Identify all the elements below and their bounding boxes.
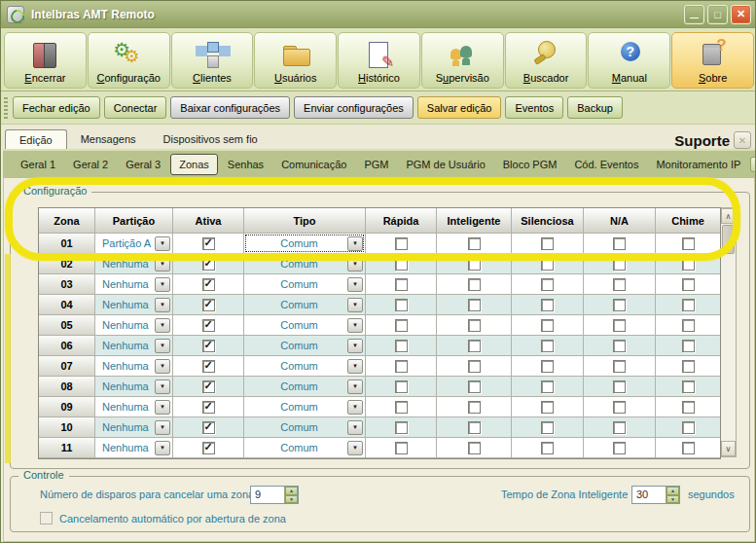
- silenciosa-checkbox[interactable]: [541, 380, 554, 393]
- subtab-codeventos[interactable]: Cód. Eventos: [566, 155, 646, 174]
- subtab-blocopgm[interactable]: Bloco PGM: [495, 155, 565, 174]
- action-button-eventos[interactable]: Eventos: [505, 96, 563, 119]
- ativa-checkbox[interactable]: [202, 278, 215, 291]
- inteligente-checkbox[interactable]: [468, 258, 481, 271]
- toolbar-button-configuracao[interactable]: Configuração: [88, 32, 170, 89]
- rapida-checkbox[interactable]: [395, 319, 408, 332]
- silenciosa-checkbox[interactable]: [541, 442, 554, 454]
- na-checkbox[interactable]: [613, 421, 626, 434]
- tab-mensagens[interactable]: Mensagens: [67, 129, 150, 149]
- dropdown[interactable]: Nenhuma: [95, 274, 172, 294]
- disparos-value[interactable]: 9: [251, 487, 284, 503]
- silenciosa-checkbox[interactable]: [541, 258, 554, 271]
- scroll-down-icon[interactable]: [721, 441, 736, 456]
- dropdown[interactable]: Nenhuma: [95, 356, 172, 376]
- ativa-checkbox[interactable]: [202, 319, 215, 332]
- subtab-monitoramentoip[interactable]: Monitoramento IP: [648, 155, 748, 174]
- inteligente-checkbox[interactable]: [468, 360, 481, 373]
- subtab-geral1[interactable]: Geral 1: [13, 155, 63, 174]
- tab-dispositivossemfio[interactable]: Dispositivos sem fio: [150, 129, 271, 149]
- action-button-enviarconfiguracoes[interactable]: Enviar configurações: [294, 96, 414, 119]
- ativa-checkbox[interactable]: [202, 421, 215, 434]
- dropdown[interactable]: Comum: [244, 315, 365, 335]
- dropdown-arrow-icon[interactable]: [347, 441, 363, 455]
- dropdown[interactable]: Comum: [244, 254, 365, 273]
- ativa-checkbox[interactable]: [202, 340, 215, 352]
- dropdown-arrow-icon[interactable]: [155, 420, 170, 435]
- na-checkbox[interactable]: [613, 442, 626, 454]
- na-checkbox[interactable]: [613, 360, 626, 373]
- inteligente-checkbox[interactable]: [468, 401, 481, 414]
- cancelamento-checkbox[interactable]: [40, 512, 53, 525]
- scrollbar-thumb[interactable]: [722, 225, 735, 254]
- toolbar-button-manual[interactable]: Manual: [588, 32, 670, 89]
- dropdown-arrow-icon[interactable]: [155, 359, 170, 374]
- disparos-spinner[interactable]: 9: [250, 486, 299, 504]
- dropdown-arrow-icon[interactable]: [347, 380, 363, 394]
- na-checkbox[interactable]: [613, 319, 626, 332]
- toolbar-button-historico[interactable]: Histórico: [338, 32, 420, 89]
- chime-checkbox[interactable]: [682, 258, 695, 271]
- dropdown[interactable]: Nenhuma: [95, 254, 172, 273]
- dropdown[interactable]: Nenhuma: [95, 336, 172, 355]
- na-checkbox[interactable]: [613, 401, 626, 414]
- ativa-checkbox[interactable]: [202, 401, 215, 414]
- subtab-pgmdeusuario[interactable]: PGM de Usuário: [398, 155, 492, 174]
- toolbar-button-usuarios[interactable]: Usuários: [254, 32, 337, 89]
- dropdown[interactable]: Comum: [244, 438, 365, 457]
- chime-checkbox[interactable]: [682, 278, 695, 291]
- inteligente-checkbox[interactable]: [468, 380, 481, 393]
- dropdown[interactable]: Nenhuma: [95, 417, 172, 437]
- dropdown-arrow-icon[interactable]: [155, 441, 170, 455]
- tempo-down-icon[interactable]: [666, 495, 679, 504]
- tab-edicao[interactable]: Edição: [5, 129, 67, 150]
- subtab-zonas[interactable]: Zonas: [170, 154, 218, 175]
- dropdown[interactable]: Nenhuma: [95, 377, 172, 396]
- inteligente-checkbox[interactable]: [468, 319, 481, 332]
- tempo-spinner[interactable]: 30: [631, 486, 680, 504]
- rapida-checkbox[interactable]: [395, 401, 408, 414]
- na-checkbox[interactable]: [613, 380, 626, 393]
- dropdown-arrow-icon[interactable]: [347, 277, 363, 292]
- na-checkbox[interactable]: [613, 237, 626, 250]
- disparos-up-icon[interactable]: [285, 487, 298, 495]
- dropdown-arrow-icon[interactable]: [347, 339, 363, 353]
- inteligente-checkbox[interactable]: [468, 442, 481, 454]
- action-button-baixarconfiguracoes[interactable]: Baixar configurações: [170, 96, 290, 119]
- subtab-senhas[interactable]: Senhas: [220, 155, 271, 174]
- silenciosa-checkbox[interactable]: [541, 401, 554, 414]
- na-checkbox[interactable]: [613, 340, 626, 352]
- ativa-checkbox[interactable]: [202, 299, 215, 311]
- subtab-prev-icon[interactable]: [750, 157, 756, 172]
- silenciosa-checkbox[interactable]: [541, 237, 554, 250]
- dropdown-arrow-icon[interactable]: [155, 257, 170, 272]
- action-button-conectar[interactable]: Conectar: [104, 96, 167, 119]
- rapida-checkbox[interactable]: [395, 380, 408, 393]
- toolbar-grip[interactable]: [4, 97, 8, 119]
- dropdown-arrow-icon[interactable]: [155, 318, 170, 333]
- subtab-pgm[interactable]: PGM: [356, 155, 396, 174]
- table-scrollbar[interactable]: [721, 207, 737, 457]
- ativa-checkbox[interactable]: [202, 258, 215, 271]
- dropdown-arrow-icon[interactable]: [347, 420, 363, 435]
- close-button[interactable]: [731, 5, 751, 24]
- toolbar-button-clientes[interactable]: Clientes: [171, 32, 254, 89]
- rapida-checkbox[interactable]: [395, 421, 408, 434]
- dropdown[interactable]: Comum: [244, 356, 365, 376]
- inteligente-checkbox[interactable]: [468, 421, 481, 434]
- toolbar-button-buscador[interactable]: Buscador: [505, 32, 588, 89]
- na-checkbox[interactable]: [613, 258, 626, 271]
- dropdown-arrow-icon[interactable]: [155, 298, 170, 312]
- chime-checkbox[interactable]: [682, 237, 695, 250]
- dropdown[interactable]: Nenhuma: [95, 397, 172, 416]
- ativa-checkbox[interactable]: [202, 380, 215, 393]
- disparos-down-icon[interactable]: [285, 495, 298, 504]
- chime-checkbox[interactable]: [682, 442, 695, 454]
- action-button-fecharedicao[interactable]: Fechar edição: [13, 96, 100, 119]
- minimize-button[interactable]: [684, 5, 704, 24]
- rapida-checkbox[interactable]: [395, 237, 408, 250]
- support-close-icon[interactable]: [734, 131, 751, 149]
- rapida-checkbox[interactable]: [395, 278, 408, 291]
- dropdown-arrow-icon[interactable]: [155, 380, 170, 394]
- na-checkbox[interactable]: [613, 278, 626, 291]
